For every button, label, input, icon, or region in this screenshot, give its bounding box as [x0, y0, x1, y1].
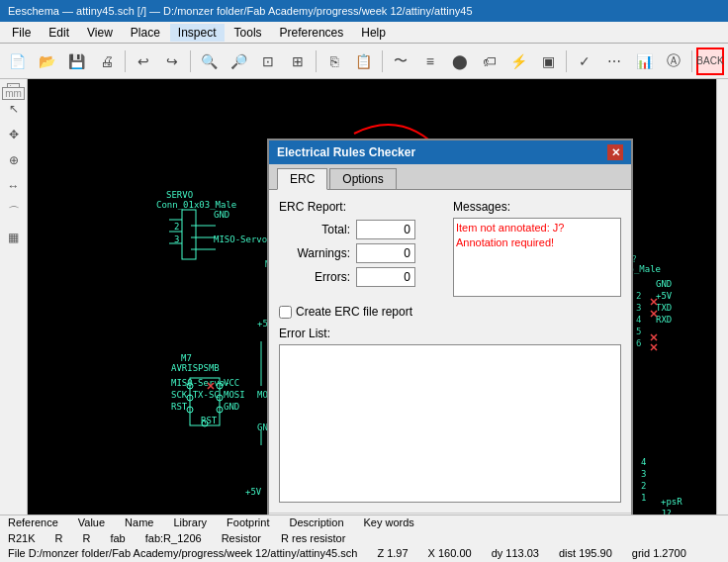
menu-preferences[interactable]: Preferences [272, 24, 352, 42]
main-area: in mm ↖ ✥ ⊕ ↔ ⌒ ▦ SERVO Conn_01x03_Male … [0, 79, 728, 515]
annotate-button[interactable]: Ⓐ [660, 47, 687, 75]
svg-text:TXD: TXD [656, 303, 672, 313]
create-erc-file-label[interactable]: Create ERC file report [296, 305, 412, 319]
dialog-title-bar: Electrical Rules Checker ✕ [269, 140, 631, 164]
status-library-label: Library [173, 515, 207, 530]
wire-button[interactable]: 〜 [387, 47, 414, 75]
pan-tool[interactable]: ✥ [2, 123, 26, 146]
left-sidebar: in mm ↖ ✥ ⊕ ↔ ⌒ ▦ [0, 79, 28, 515]
status-reference-value: R21K [8, 531, 36, 546]
print-button[interactable]: 🖨 [93, 47, 121, 75]
component-button[interactable]: ▣ [534, 47, 562, 75]
warnings-input[interactable] [356, 243, 415, 263]
error-list-label: Error List: [279, 327, 621, 340]
sep5 [566, 50, 567, 72]
status-description-label: Description [289, 515, 343, 530]
status-row-3: File D:/monzer folder/Fab Academy/progre… [8, 546, 720, 561]
zoom-out-button[interactable]: 🔎 [225, 47, 252, 75]
junction-button[interactable]: ⬤ [446, 47, 474, 75]
netlist-button[interactable]: ⋯ [600, 47, 628, 75]
power-button[interactable]: ⚡ [505, 47, 533, 75]
errors-label: Errors: [279, 270, 350, 284]
status-x: X 160.00 [428, 546, 472, 561]
menu-view[interactable]: View [79, 24, 121, 42]
svg-text:J?: J? [661, 509, 672, 515]
status-file-label: File D:/monzer folder/Fab Academy/progre… [8, 546, 357, 561]
tab-erc[interactable]: ERC [277, 168, 327, 190]
error-list-box[interactable] [279, 344, 621, 503]
menu-edit[interactable]: Edit [41, 24, 77, 42]
errors-input[interactable] [356, 267, 415, 287]
messages-label: Messages: [453, 200, 621, 214]
status-z: Z 1.97 [377, 546, 408, 561]
svg-text:GND: GND [224, 402, 239, 412]
toolbar: 📄 📂 💾 🖨 ↩ ↪ 🔍 🔎 ⊡ ⊞ ⎘ 📋 〜 ≡ ⬤ 🏷 ⚡ ▣ ✓ ⋯ … [0, 44, 728, 79]
status-name-value: R [82, 531, 90, 546]
status-reference-label: Reference [8, 515, 58, 530]
paste-button[interactable]: 📋 [350, 47, 378, 75]
zoom-tool[interactable]: ⊕ [2, 148, 26, 172]
svg-text:3: 3 [641, 469, 646, 479]
svg-text:2: 2 [641, 481, 646, 491]
zoom-fit-button[interactable]: ⊡ [254, 47, 282, 75]
svg-text:Conn_01x03_Male: Conn_01x03_Male [156, 200, 236, 210]
svg-text:VCC: VCC [224, 378, 239, 388]
add-wire-tool[interactable]: ⌒ [2, 200, 26, 224]
zoom-in-button[interactable]: 🔍 [195, 47, 223, 75]
save-button[interactable]: 💾 [63, 47, 91, 75]
zoom-actual-button[interactable]: ⊞ [284, 47, 312, 75]
title-text: Eeschema — attiny45.sch [/] — D:/monzer … [8, 5, 473, 17]
dialog-buttons: Delete Markers Run Close [269, 513, 631, 515]
erc-report-label: ERC Report: [279, 200, 443, 214]
dialog-body: ERC Report: Total: Warnings: Errors: [269, 190, 631, 513]
menu-inspect[interactable]: Inspect [170, 24, 225, 42]
svg-text:5: 5 [636, 327, 641, 336]
svg-text:2: 2 [174, 222, 179, 232]
status-keywords-label: Key words [364, 515, 414, 530]
sep2 [190, 50, 191, 72]
dialog-title: Electrical Rules Checker [277, 145, 415, 159]
status-keywords-value: R res resistor [281, 531, 345, 546]
status-name-label: Name [125, 515, 153, 530]
status-value-value: R [55, 531, 63, 546]
select-tool[interactable]: ↖ [2, 97, 26, 121]
status-grid: grid 1.2700 [632, 546, 686, 561]
menu-help[interactable]: Help [353, 24, 394, 42]
run-erc-button[interactable]: ✓ [571, 47, 598, 75]
unit-mm: mm [2, 87, 25, 100]
errors-row: Errors: [279, 267, 443, 287]
new-button[interactable]: 📄 [4, 47, 32, 75]
status-row-2: R21K R R fab fab:R_1206 Resistor R res r… [8, 531, 720, 546]
back-button[interactable]: BACK [696, 47, 724, 75]
dialog-close-button[interactable]: ✕ [607, 144, 623, 160]
add-comp-tool[interactable]: ▦ [2, 226, 26, 249]
sep6 [691, 50, 692, 72]
undo-button[interactable]: ↩ [130, 47, 157, 75]
status-bar: Reference Value Name Library Footprint D… [0, 515, 728, 562]
svg-text:4: 4 [636, 315, 641, 325]
measure-tool[interactable]: ↔ [2, 174, 26, 198]
tab-options[interactable]: Options [329, 168, 396, 189]
status-description-value: Resistor [222, 531, 261, 546]
status-footprint-label: Footprint [227, 515, 269, 530]
menu-bar: File Edit View Place Inspect Tools Prefe… [0, 22, 728, 44]
create-erc-file-checkbox[interactable] [279, 306, 292, 319]
menu-tools[interactable]: Tools [227, 24, 270, 42]
svg-text:+5V: +5V [245, 487, 262, 497]
messages-box[interactable]: Item not annotated: J? Annotation requir… [453, 218, 621, 297]
dialog-tabs: ERC Options [269, 164, 631, 190]
bom-button[interactable]: 📊 [630, 47, 658, 75]
svg-text:3: 3 [636, 303, 641, 313]
redo-button[interactable]: ↪ [159, 47, 187, 75]
label-button[interactable]: 🏷 [476, 47, 503, 75]
bus-button[interactable]: ≡ [416, 47, 444, 75]
copy-button[interactable]: ⎘ [320, 47, 348, 75]
dialog-section-main: ERC Report: Total: Warnings: Errors: [279, 200, 621, 297]
svg-text:MISO-Servo-: MISO-Servo- [214, 234, 273, 244]
svg-text:+5V: +5V [656, 291, 673, 301]
status-row-1: Reference Value Name Library Footprint D… [8, 515, 720, 530]
total-input[interactable] [356, 220, 415, 239]
menu-file[interactable]: File [4, 24, 39, 42]
open-button[interactable]: 📂 [34, 47, 61, 75]
menu-place[interactable]: Place [123, 24, 168, 42]
